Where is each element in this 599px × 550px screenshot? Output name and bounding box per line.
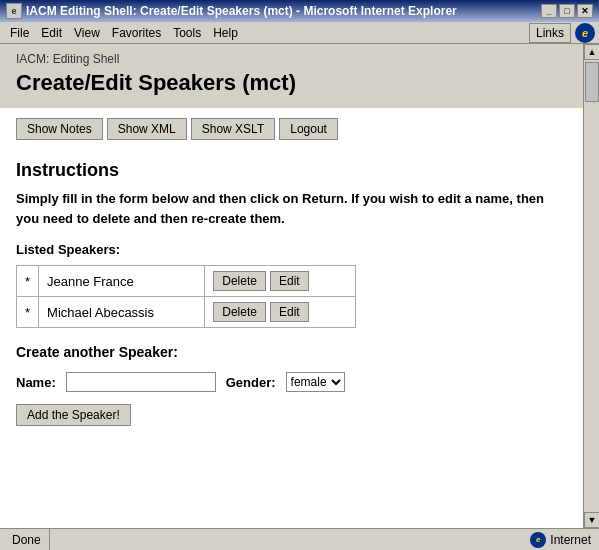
ie-icon: e <box>575 23 595 43</box>
header-section: IACM: Editing Shell Create/Edit Speakers… <box>0 44 583 108</box>
show-xslt-button[interactable]: Show XSLT <box>191 118 275 140</box>
menu-bar: File Edit View Favorites Tools Help Link… <box>0 22 599 44</box>
internet-label: Internet <box>550 533 591 547</box>
scrollbar-track[interactable] <box>584 60 599 512</box>
gender-label: Gender: <box>226 375 276 390</box>
table-row: * Jeanne France Delete Edit <box>17 266 356 297</box>
instructions-body: Simply fill in the form below and then c… <box>16 189 567 228</box>
create-speaker-form: Name: Gender: female male <box>16 372 567 392</box>
show-xml-button[interactable]: Show XML <box>107 118 187 140</box>
add-speaker-button[interactable]: Add the Speaker! <box>16 404 131 426</box>
edit-button-2[interactable]: Edit <box>270 302 309 322</box>
button-bar: Show Notes Show XML Show XSLT Logout <box>0 108 583 150</box>
scrollbar-thumb[interactable] <box>585 62 599 102</box>
scroll-down-button[interactable]: ▼ <box>584 512 599 528</box>
scrollbar[interactable]: ▲ ▼ <box>583 44 599 528</box>
name-input[interactable] <box>66 372 216 392</box>
content-area: Instructions Simply fill in the form bel… <box>0 150 583 436</box>
window-title: IACM Editing Shell: Create/Edit Speakers… <box>26 4 457 18</box>
speaker-star-2: * <box>17 297 39 328</box>
scroll-up-button[interactable]: ▲ <box>584 44 599 60</box>
menu-view[interactable]: View <box>68 24 106 42</box>
show-notes-button[interactable]: Show Notes <box>16 118 103 140</box>
name-label: Name: <box>16 375 56 390</box>
status-bar: Done e Internet <box>0 528 599 550</box>
instructions-heading: Instructions <box>16 160 567 181</box>
main-area: IACM: Editing Shell Create/Edit Speakers… <box>0 44 599 528</box>
speaker-star-1: * <box>17 266 39 297</box>
menu-favorites[interactable]: Favorites <box>106 24 167 42</box>
menu-file[interactable]: File <box>4 24 35 42</box>
speaker-actions-2: Delete Edit <box>205 297 356 328</box>
status-done: Done <box>4 529 50 550</box>
table-row: * Michael Abecassis Delete Edit <box>17 297 356 328</box>
internet-icon: e <box>530 532 546 548</box>
menu-edit[interactable]: Edit <box>35 24 68 42</box>
close-button[interactable]: ✕ <box>577 4 593 18</box>
delete-button-2[interactable]: Delete <box>213 302 266 322</box>
app-icon: e <box>6 3 22 19</box>
delete-button-1[interactable]: Delete <box>213 271 266 291</box>
listed-speakers-label: Listed Speakers: <box>16 242 567 257</box>
links-button[interactable]: Links <box>529 23 571 43</box>
speakers-table: * Jeanne France Delete Edit * Michael Ab… <box>16 265 356 328</box>
maximize-button[interactable]: □ <box>559 4 575 18</box>
title-bar: e IACM Editing Shell: Create/Edit Speake… <box>0 0 599 22</box>
page-content: IACM: Editing Shell Create/Edit Speakers… <box>0 44 583 528</box>
minimize-button[interactable]: _ <box>541 4 557 18</box>
menu-help[interactable]: Help <box>207 24 244 42</box>
window-controls: _ □ ✕ <box>541 4 593 18</box>
speaker-name-2: Michael Abecassis <box>39 297 205 328</box>
logout-button[interactable]: Logout <box>279 118 338 140</box>
edit-button-1[interactable]: Edit <box>270 271 309 291</box>
create-speaker-label: Create another Speaker: <box>16 344 567 360</box>
page-title: Create/Edit Speakers (mct) <box>16 70 567 96</box>
speaker-name-1: Jeanne France <box>39 266 205 297</box>
menu-tools[interactable]: Tools <box>167 24 207 42</box>
speaker-actions-1: Delete Edit <box>205 266 356 297</box>
iacm-subtitle: IACM: Editing Shell <box>16 52 567 66</box>
status-internet: e Internet <box>530 532 595 548</box>
gender-select[interactable]: female male <box>286 372 345 392</box>
